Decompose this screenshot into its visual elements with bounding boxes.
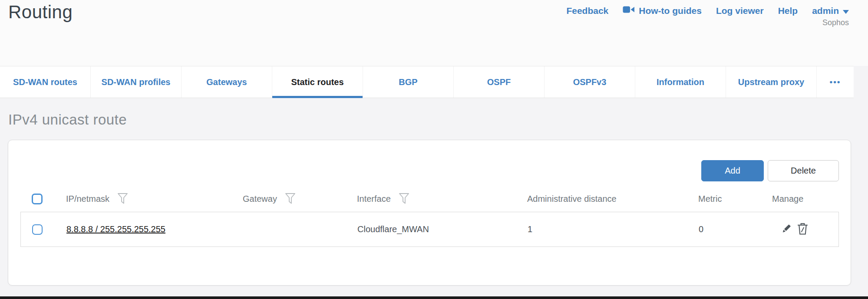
routes-card: Add Delete IP/netmask Gateway Interface <box>8 140 851 286</box>
tab-label: SD-WAN routes <box>13 77 77 87</box>
feedback-link[interactable]: Feedback <box>566 6 608 16</box>
caret-down-icon <box>843 6 849 16</box>
row-checkbox[interactable] <box>32 224 43 235</box>
more-tabs-button[interactable]: ••• <box>816 66 854 98</box>
routing-page: Routing Feedback How-to guides Log viewe… <box>0 0 868 299</box>
help-label: Help <box>778 6 798 16</box>
column-header-interface: Interface <box>357 194 391 204</box>
tab-upstream-proxy[interactable]: Upstream proxy <box>726 66 816 98</box>
tab-bar: SD-WAN routes SD-WAN profiles Gateways S… <box>0 66 854 98</box>
howto-guides-label: How-to guides <box>639 6 702 16</box>
tab-label: Upstream proxy <box>738 77 804 87</box>
admin-menu-label: admin <box>812 6 839 16</box>
delete-button[interactable]: Delete <box>768 160 839 181</box>
route-admin-distance-value: 1 <box>528 224 532 234</box>
table-toolbar: Add Delete <box>701 160 839 181</box>
admin-menu[interactable]: admin <box>812 6 849 16</box>
help-link[interactable]: Help <box>778 6 798 16</box>
feedback-label: Feedback <box>566 6 608 16</box>
column-header-manage: Manage <box>772 194 803 204</box>
delete-route-button[interactable] <box>797 222 809 237</box>
table-header: IP/netmask Gateway Interface Administrat… <box>20 183 839 214</box>
column-header-ip-netmask: IP/netmask <box>66 194 109 204</box>
route-ip-netmask-link[interactable]: 8.8.8.8 / 255.255.255.255 <box>66 224 165 234</box>
page-header: Routing Feedback How-to guides Log viewe… <box>0 0 868 66</box>
tab-label: SD-WAN profiles <box>102 77 171 87</box>
add-button[interactable]: Add <box>701 160 764 181</box>
route-interface-value: Cloudflare_MWAN <box>357 224 429 234</box>
tab-label: BGP <box>399 77 417 87</box>
tab-static-routes[interactable]: Static routes <box>272 66 363 98</box>
page-title: Routing <box>8 2 73 23</box>
howto-guides-link[interactable]: How-to guides <box>623 5 702 16</box>
filter-funnel-icon[interactable] <box>117 193 128 207</box>
tab-ospfv3[interactable]: OSPFv3 <box>544 66 635 98</box>
tab-gateways[interactable]: Gateways <box>181 66 272 98</box>
tab-label: Gateways <box>206 77 247 87</box>
column-header-admin-distance: Administrative distance <box>527 194 617 204</box>
select-all-checkbox[interactable] <box>32 194 43 204</box>
tab-bgp[interactable]: BGP <box>363 66 453 98</box>
table-row: 8.8.8.8 / 255.255.255.255 Cloudflare_MWA… <box>20 212 839 247</box>
edit-route-button[interactable] <box>779 222 792 237</box>
column-header-metric: Metric <box>698 194 722 204</box>
tab-sd-wan-routes[interactable]: SD-WAN routes <box>0 66 90 98</box>
tab-label: OSPFv3 <box>573 77 607 87</box>
tab-label: OSPF <box>487 77 511 87</box>
account-name: Sophos <box>822 18 849 27</box>
log-viewer-label: Log viewer <box>716 6 764 16</box>
tab-label: Information <box>657 77 704 87</box>
delete-trash-icon <box>797 222 809 237</box>
video-icon <box>623 5 635 16</box>
tab-ospf[interactable]: OSPF <box>453 66 544 98</box>
filter-funnel-icon[interactable] <box>399 193 409 207</box>
ellipsis-icon: ••• <box>830 77 841 87</box>
edit-pencil-icon <box>779 222 792 237</box>
top-nav: Feedback How-to guides Log viewer Help a… <box>566 5 849 16</box>
section-title: IPv4 unicast route <box>8 112 127 128</box>
filter-funnel-icon[interactable] <box>285 193 296 207</box>
bottom-edge-bar <box>0 296 868 299</box>
tab-sd-wan-profiles[interactable]: SD-WAN profiles <box>90 66 181 98</box>
log-viewer-link[interactable]: Log viewer <box>716 6 764 16</box>
tab-information[interactable]: Information <box>635 66 726 98</box>
tab-label: Static routes <box>291 77 343 87</box>
route-metric-value: 0 <box>699 224 703 234</box>
column-header-gateway: Gateway <box>243 194 277 204</box>
